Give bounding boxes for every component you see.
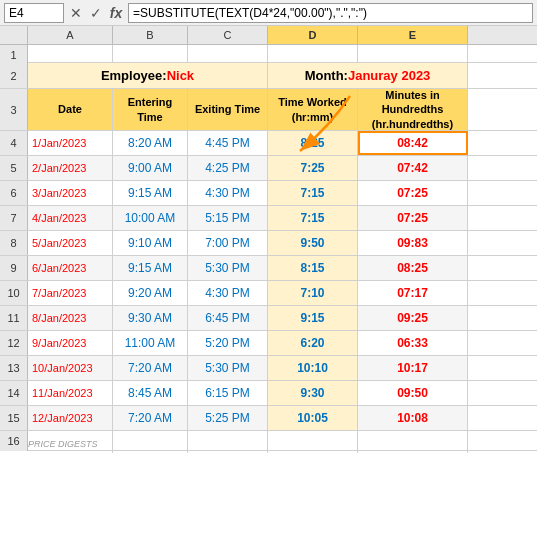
cell-enter-14[interactable]: 8:45 AM: [113, 381, 188, 405]
cell-date-4[interactable]: 1/Jan/2023: [28, 131, 113, 155]
cell-exit-14[interactable]: 6:15 PM: [188, 381, 268, 405]
cell-enter-13[interactable]: 7:20 AM: [113, 356, 188, 380]
cell-date-11[interactable]: 8/Jan/2023: [28, 306, 113, 330]
column-letters-row: A B C D E: [0, 26, 537, 45]
cell-exit-15[interactable]: 5:25 PM: [188, 406, 268, 430]
cell-month[interactable]: Month: Januray 2023: [268, 63, 468, 88]
cell-minutes-5[interactable]: 07:42: [358, 156, 468, 180]
cell-date-14[interactable]: 11/Jan/2023: [28, 381, 113, 405]
cell-worked-14[interactable]: 9:30: [268, 381, 358, 405]
corner-header: [0, 26, 28, 44]
cell-enter-7[interactable]: 10:00 AM: [113, 206, 188, 230]
row-num-1: 1: [0, 45, 28, 65]
cancel-icon[interactable]: ✕: [68, 5, 84, 21]
cell-minutes-7[interactable]: 07:25: [358, 206, 468, 230]
cell-date-15[interactable]: 12/Jan/2023: [28, 406, 113, 430]
col-header-c: C: [188, 26, 268, 44]
row-num-4: 4: [0, 131, 28, 155]
cell-d16[interactable]: [268, 431, 358, 453]
confirm-icon[interactable]: ✓: [88, 5, 104, 21]
cell-enter-11[interactable]: 9:30 AM: [113, 306, 188, 330]
cell-worked-4[interactable]: 8:25: [268, 131, 358, 155]
row-num-2: 2: [0, 63, 28, 88]
cell-exit-6[interactable]: 4:30 PM: [188, 181, 268, 205]
row-2: 2 Employee: Nick Month: Januray 2023: [0, 63, 537, 89]
cell-minutes-13[interactable]: 10:17: [358, 356, 468, 380]
cell-worked-7[interactable]: 7:15: [268, 206, 358, 230]
cell-e16[interactable]: [358, 431, 468, 453]
cell-worked-12[interactable]: 6:20: [268, 331, 358, 355]
cell-minutes-10[interactable]: 07:17: [358, 281, 468, 305]
cell-worked-15[interactable]: 10:05: [268, 406, 358, 430]
row-num-5: 5: [0, 156, 28, 180]
cell-minutes-4[interactable]: 08:42: [358, 131, 468, 155]
cell-exit-12[interactable]: 5:20 PM: [188, 331, 268, 355]
cell-enter-6[interactable]: 9:15 AM: [113, 181, 188, 205]
cell-b16[interactable]: [113, 431, 188, 453]
row-num-7: 7: [0, 206, 28, 230]
row-num-11: 11: [0, 306, 28, 330]
header-worked: Time Worked (hr:mm): [268, 89, 358, 130]
cell-worked-6[interactable]: 7:15: [268, 181, 358, 205]
cell-c16[interactable]: [188, 431, 268, 453]
cell-exit-13[interactable]: 5:30 PM: [188, 356, 268, 380]
row-13: 13 10/Jan/2023 7:20 AM 5:30 PM 10:10 10:…: [0, 356, 537, 381]
spreadsheet-wrapper: A B C D E 1 2 Employee: Nick Month: Janu…: [0, 26, 537, 451]
cell-worked-8[interactable]: 9:50: [268, 231, 358, 255]
cell-date-7[interactable]: 4/Jan/2023: [28, 206, 113, 230]
header-minutes: Minutes in Hundredths (hr.hundredths): [358, 89, 468, 130]
cell-minutes-9[interactable]: 08:25: [358, 256, 468, 280]
cell-date-6[interactable]: 3/Jan/2023: [28, 181, 113, 205]
cell-minutes-11[interactable]: 09:25: [358, 306, 468, 330]
month-value: Januray 2023: [348, 68, 430, 83]
cell-exit-10[interactable]: 4:30 PM: [188, 281, 268, 305]
cell-exit-11[interactable]: 6:45 PM: [188, 306, 268, 330]
cell-enter-4[interactable]: 8:20 AM: [113, 131, 188, 155]
cell-enter-8[interactable]: 9:10 AM: [113, 231, 188, 255]
cell-exit-7[interactable]: 5:15 PM: [188, 206, 268, 230]
cell-minutes-6[interactable]: 07:25: [358, 181, 468, 205]
row-1: 1: [0, 45, 537, 63]
cell-employee[interactable]: Employee: Nick: [28, 63, 268, 88]
cell-worked-5[interactable]: 7:25: [268, 156, 358, 180]
cell-enter-12[interactable]: 11:00 AM: [113, 331, 188, 355]
cell-worked-13[interactable]: 10:10: [268, 356, 358, 380]
row-num-3: 3: [0, 89, 28, 130]
row-15: 15 12/Jan/2023 7:20 AM 5:25 PM 10:05 10:…: [0, 406, 537, 431]
row-11: 11 8/Jan/2023 9:30 AM 6:45 PM 9:15 09:25: [0, 306, 537, 331]
cell-date-8[interactable]: 5/Jan/2023: [28, 231, 113, 255]
cell-enter-15[interactable]: 7:20 AM: [113, 406, 188, 430]
formula-bar-icons: ✕ ✓ fx: [68, 5, 124, 21]
cell-minutes-12[interactable]: 06:33: [358, 331, 468, 355]
row-10: 10 7/Jan/2023 9:20 AM 4:30 PM 7:10 07:17: [0, 281, 537, 306]
row-num-9: 9: [0, 256, 28, 280]
cell-worked-11[interactable]: 9:15: [268, 306, 358, 330]
cell-enter-9[interactable]: 9:15 AM: [113, 256, 188, 280]
cell-worked-10[interactable]: 7:10: [268, 281, 358, 305]
row-num-8: 8: [0, 231, 28, 255]
cell-exit-5[interactable]: 4:25 PM: [188, 156, 268, 180]
cell-enter-5[interactable]: 9:00 AM: [113, 156, 188, 180]
cell-exit-4[interactable]: 4:45 PM: [188, 131, 268, 155]
cell-date-9[interactable]: 6/Jan/2023: [28, 256, 113, 280]
header-exiting: Exiting Time: [188, 89, 268, 130]
row-num-10: 10: [0, 281, 28, 305]
cell-date-10[interactable]: 7/Jan/2023: [28, 281, 113, 305]
cell-minutes-8[interactable]: 09:83: [358, 231, 468, 255]
cell-exit-9[interactable]: 5:30 PM: [188, 256, 268, 280]
cell-date-5[interactable]: 2/Jan/2023: [28, 156, 113, 180]
formula-input[interactable]: [128, 3, 533, 23]
row-9: 9 6/Jan/2023 9:15 AM 5:30 PM 8:15 08:25: [0, 256, 537, 281]
cell-date-12[interactable]: 9/Jan/2023: [28, 331, 113, 355]
row-3: 3 Date Entering Time Exiting Time Time W…: [0, 89, 537, 131]
row-num-13: 13: [0, 356, 28, 380]
cell-reference-box[interactable]: E4: [4, 3, 64, 23]
cell-minutes-15[interactable]: 10:08: [358, 406, 468, 430]
cell-date-13[interactable]: 10/Jan/2023: [28, 356, 113, 380]
cell-minutes-14[interactable]: 09:50: [358, 381, 468, 405]
col-header-e: E: [358, 26, 468, 44]
function-icon[interactable]: fx: [108, 5, 124, 21]
cell-worked-9[interactable]: 8:15: [268, 256, 358, 280]
cell-enter-10[interactable]: 9:20 AM: [113, 281, 188, 305]
cell-exit-8[interactable]: 7:00 PM: [188, 231, 268, 255]
